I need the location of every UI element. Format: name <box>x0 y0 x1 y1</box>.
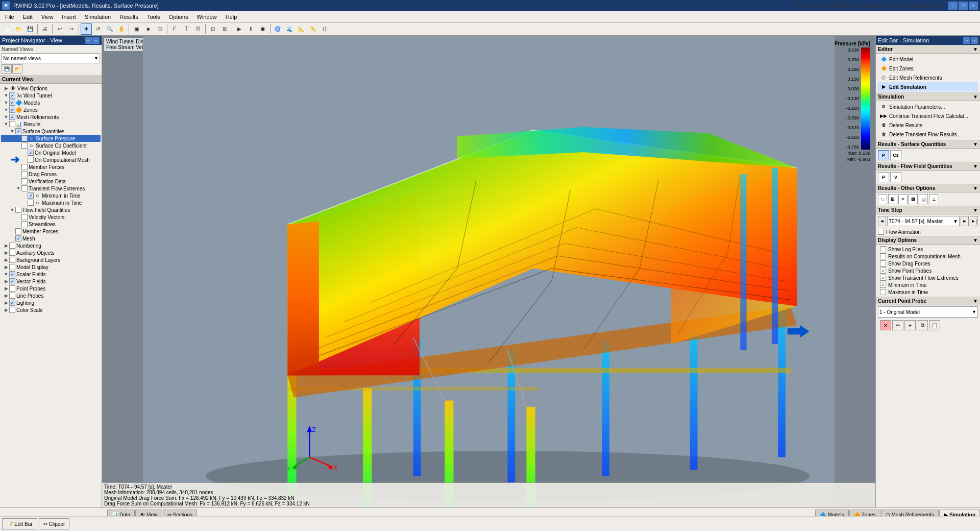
tree-numbering[interactable]: ▶ Numbering <box>1 242 101 249</box>
tree-auxiliary-objects[interactable]: ▶ Auxiliary Objects <box>1 249 101 256</box>
tree-checkbox[interactable] <box>9 100 15 106</box>
res-flow-p[interactable]: P <box>878 172 889 182</box>
tb-right[interactable]: R <box>192 23 204 35</box>
tb-center[interactable]: ⊞ <box>219 23 230 35</box>
maximize-btn[interactable]: □ <box>959 2 968 10</box>
menu-edit[interactable]: Edit <box>19 13 37 21</box>
tb-zoom[interactable]: 🔍 <box>104 23 115 35</box>
simulation-section-header[interactable]: Simulation ▼ <box>876 92 980 101</box>
tree-verification-data[interactable]: Verification Data <box>1 178 101 185</box>
sim-params-btn[interactable]: ⚙ Simulation Parameters... <box>878 102 978 111</box>
menu-window[interactable]: Window <box>193 13 221 21</box>
tree-checkbox[interactable] <box>9 300 15 306</box>
time-last-btn[interactable]: ►| <box>970 216 978 226</box>
tree-surface-cp[interactable]: ○ Surface Cp Coefficient <box>1 142 101 149</box>
right-panel-close[interactable]: × <box>971 37 978 44</box>
other-btn-2[interactable]: ⊞ <box>888 194 897 204</box>
continue-transient-btn[interactable]: ▶▶ Continue Transient Flow Calculat... <box>878 111 978 120</box>
tree-mesh[interactable]: Mesh <box>1 235 101 242</box>
tree-checkbox[interactable] <box>15 128 21 134</box>
tree-checkbox[interactable] <box>21 185 28 191</box>
tree-wind-tunnel[interactable]: ▼ 🌬 Wind Tunnel <box>1 92 101 99</box>
tb-new[interactable]: 📄 <box>1 23 12 35</box>
edit-model-btn[interactable]: 🔷 Edit Model <box>878 55 978 64</box>
viewport[interactable]: Wind Tunnel Dimensions: Dx = 293.605 m, … <box>102 36 875 508</box>
menu-file[interactable]: File <box>1 13 18 21</box>
tree-checkbox[interactable] <box>28 157 34 163</box>
tree-background-layers[interactable]: ▶ Background Layers <box>1 256 101 263</box>
res-btn-p[interactable]: P <box>878 150 889 160</box>
delete-transient-btn[interactable]: 🗑 Delete Transient Flow Results... <box>878 130 978 139</box>
tree-member-forces-results[interactable]: Member Forces <box>1 228 101 235</box>
probe-edit-btn[interactable]: ✏ <box>892 320 903 330</box>
tb-print[interactable]: 🖨 <box>39 23 51 35</box>
tb-save[interactable]: 💾 <box>24 23 36 35</box>
right-panel-pin[interactable]: − <box>963 37 970 44</box>
flow-animation-checkbox[interactable] <box>878 229 884 235</box>
probe-select-box[interactable]: 1 - Original Model ▼ <box>878 306 978 318</box>
tree-checkbox[interactable] <box>28 192 34 199</box>
left-panel-close[interactable]: × <box>92 37 100 44</box>
named-views-select[interactable]: No named views ▼ <box>2 53 100 63</box>
time-next-btn[interactable]: ► <box>961 216 969 226</box>
show-point-probes-checkbox[interactable] <box>880 268 886 274</box>
menu-tools[interactable]: Tools <box>143 13 164 21</box>
tree-vector-fields[interactable]: ▶ Vector Fields <box>1 278 101 285</box>
tb-fit[interactable]: ⊡ <box>207 23 218 35</box>
tb-vis2[interactable]: 🌊 <box>284 23 295 35</box>
other-btn-4[interactable]: ⊠ <box>909 194 918 204</box>
tree-checkbox[interactable] <box>9 107 15 113</box>
edit-simulation-btn[interactable]: ▶ Edit Simulation <box>878 82 978 91</box>
named-views-load[interactable]: 📂 <box>12 64 22 74</box>
tb-sim1[interactable]: ▶ <box>234 23 245 35</box>
menu-options[interactable]: Options <box>165 13 192 21</box>
tree-checkbox[interactable] <box>9 92 15 99</box>
min-in-time-checkbox[interactable] <box>880 282 886 288</box>
menu-view[interactable]: View <box>37 13 58 21</box>
tree-models[interactable]: ▼ 🔷 Models <box>1 99 101 106</box>
tree-checkbox[interactable] <box>21 171 28 177</box>
other-btn-6[interactable]: ⟂ <box>929 194 938 204</box>
tree-checkbox[interactable] <box>28 200 34 206</box>
tree-scalar-fields[interactable]: ▼ Scalar Fields <box>1 271 101 278</box>
tree-checkbox[interactable] <box>15 228 21 234</box>
tree-on-computational-mesh[interactable]: On Computational Mesh <box>1 156 101 163</box>
tb-vis4[interactable]: 📏 <box>307 23 318 35</box>
close-btn[interactable]: × <box>969 2 978 10</box>
tb-select[interactable]: ✚ <box>81 23 92 35</box>
tree-checkbox[interactable] <box>9 285 15 292</box>
left-panel-pin[interactable]: − <box>85 37 92 44</box>
tree-checkbox[interactable] <box>9 243 15 249</box>
current-probe-header[interactable]: Current Point Probe ▼ <box>876 297 980 305</box>
probe-copy-btn[interactable]: ⧉ <box>917 320 928 330</box>
tb-open[interactable]: 📁 <box>13 23 24 35</box>
show-transient-checkbox[interactable] <box>880 275 886 281</box>
menu-simulation[interactable]: Simulation <box>81 13 115 21</box>
results-on-mesh-checkbox[interactable] <box>880 253 886 259</box>
tree-member-forces-surface[interactable]: Member Forces <box>1 163 101 171</box>
probe-delete-btn[interactable]: ✕ <box>880 320 891 330</box>
results-flow-header[interactable]: Results - Flow Field Quantities ▼ <box>876 162 980 171</box>
tb-pan[interactable]: ✋ <box>116 23 127 35</box>
tree-surface-pressure[interactable]: ○ Surface Pressure <box>1 135 101 142</box>
tree-view-options[interactable]: ▶ 👁 View Options <box>1 85 101 92</box>
tree-line-probes[interactable]: ▶ Line Probes <box>1 292 101 299</box>
tb-sim2[interactable]: ⏸ <box>246 23 257 35</box>
tree-zones[interactable]: ▼ 🔶 Zones <box>1 106 101 113</box>
tree-checkbox[interactable] <box>9 114 15 120</box>
tree-min-in-time[interactable]: ○ Minimum in Time <box>1 192 101 199</box>
edit-zones-btn[interactable]: 🔶 Edit Zones <box>878 64 978 73</box>
menu-help[interactable]: Help <box>222 13 241 21</box>
tree-on-original-model[interactable]: On Original Model <box>1 149 101 156</box>
tree-checkbox[interactable] <box>9 278 15 284</box>
results-surface-header[interactable]: Results - Surface Quantities ▼ <box>876 140 980 149</box>
editor-section-header[interactable]: Editor ▼ <box>876 45 980 54</box>
tree-checkbox[interactable] <box>21 178 28 184</box>
tree-streamlines[interactable]: Streamlines <box>1 221 101 228</box>
tb-top[interactable]: T <box>181 23 192 35</box>
display-options-header[interactable]: Display Options ▼ <box>876 236 980 245</box>
tb-front[interactable]: F <box>169 23 180 35</box>
tree-checkbox[interactable] <box>9 271 15 277</box>
tree-checkbox[interactable] <box>28 150 34 156</box>
tree-checkbox[interactable] <box>9 293 15 299</box>
